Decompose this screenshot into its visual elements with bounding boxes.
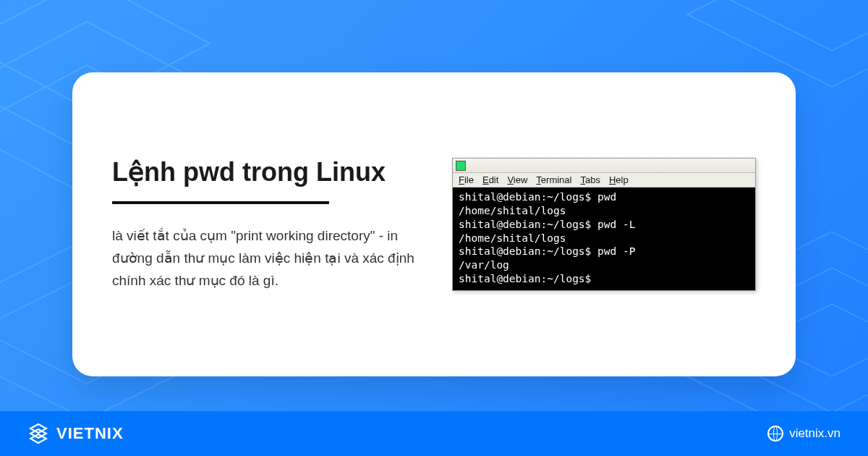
brand-url: vietnix.vn	[789, 426, 841, 441]
text-column: Lệnh pwd trong Linux là viết tắt của cụm…	[112, 156, 423, 292]
terminal-menubar: File Edit View Terminal Tabs Help	[453, 173, 755, 187]
terminal-window: File Edit View Terminal Tabs Help shital…	[452, 158, 756, 291]
brand-logo-icon	[27, 423, 49, 444]
menu-tabs[interactable]: Tabs	[580, 174, 600, 185]
menu-view[interactable]: View	[507, 174, 527, 185]
terminal-output[interactable]: shital@debian:~/logs$ pwd /home/shital/l…	[453, 187, 755, 290]
title-underline	[112, 201, 329, 204]
page-title: Lệnh pwd trong Linux	[112, 156, 423, 187]
menu-file[interactable]: File	[459, 174, 474, 185]
brand-block: VIETNIX	[27, 423, 124, 444]
footer-bar: VIETNIX vietnix.vn	[0, 411, 868, 456]
brand-url-block[interactable]: vietnix.vn	[767, 426, 841, 442]
menu-help[interactable]: Help	[609, 174, 629, 185]
brand-name: VIETNIX	[56, 424, 124, 443]
terminal-app-icon	[456, 161, 466, 171]
menu-terminal[interactable]: Terminal	[536, 174, 571, 185]
menu-edit[interactable]: Edit	[482, 174, 498, 185]
terminal-titlebar	[453, 159, 755, 173]
content-card: Lệnh pwd trong Linux là viết tắt của cụm…	[72, 72, 796, 376]
description-text: là viết tắt của cụm "print working direc…	[112, 224, 423, 292]
globe-icon	[767, 426, 783, 442]
